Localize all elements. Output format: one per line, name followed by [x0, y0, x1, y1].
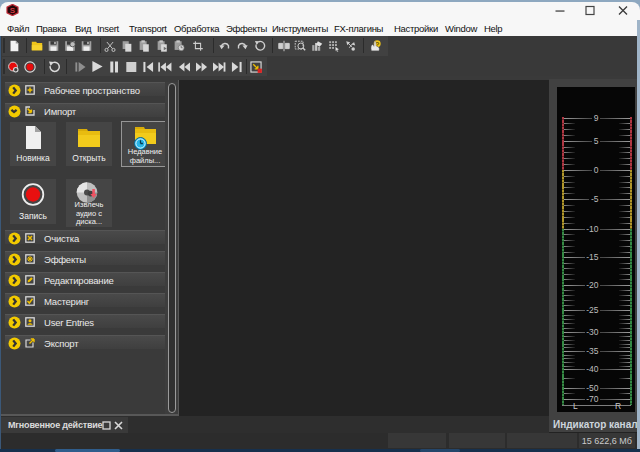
svg-text:S: S	[10, 6, 16, 15]
